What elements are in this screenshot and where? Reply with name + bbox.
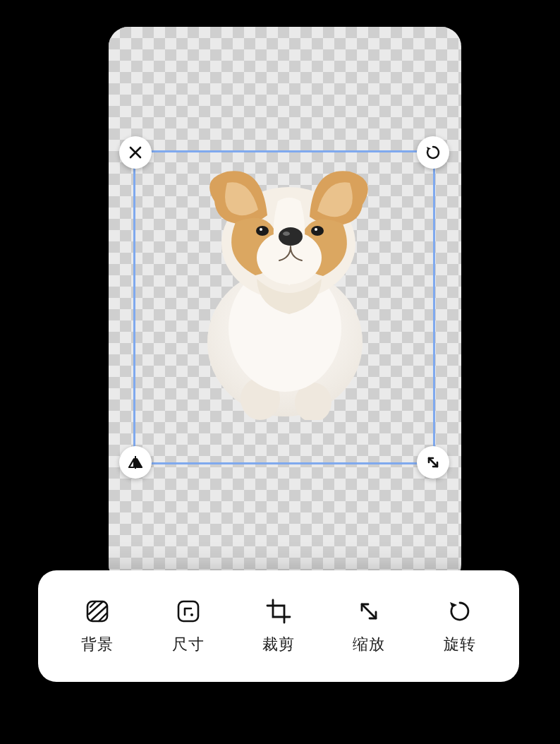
mirror-icon	[127, 454, 144, 471]
scale-arrow-icon	[425, 454, 442, 471]
transparent-background	[109, 27, 461, 584]
tool-label: 缩放	[353, 634, 385, 655]
tool-size[interactable]: 尺寸	[172, 597, 205, 655]
tool-label: 背景	[81, 634, 114, 655]
tool-label: 裁剪	[262, 634, 295, 655]
bottom-toolbar: 背景 尺寸 裁剪 缩放	[38, 570, 519, 682]
svg-rect-14	[178, 601, 198, 621]
selection-frame[interactable]	[133, 150, 435, 464]
rotate-icon	[446, 597, 474, 625]
background-icon	[83, 597, 111, 625]
size-icon	[174, 597, 202, 625]
rotate-icon	[425, 144, 442, 161]
tool-scale[interactable]: 缩放	[353, 597, 385, 655]
canvas-panel	[109, 27, 461, 584]
svg-point-15	[190, 613, 193, 616]
tool-crop[interactable]: 裁剪	[262, 597, 295, 655]
scale-icon	[355, 597, 383, 625]
tool-background[interactable]: 背景	[81, 597, 114, 655]
svg-rect-13	[87, 601, 107, 621]
rotate-handle[interactable]	[417, 136, 449, 169]
crop-icon	[264, 597, 293, 625]
scale-handle[interactable]	[417, 446, 449, 479]
tool-label: 旋转	[444, 634, 476, 655]
close-icon	[127, 144, 144, 161]
close-handle[interactable]	[119, 136, 152, 169]
tool-label: 尺寸	[172, 634, 205, 655]
tool-rotate[interactable]: 旋转	[444, 597, 476, 655]
mirror-handle[interactable]	[119, 446, 152, 479]
